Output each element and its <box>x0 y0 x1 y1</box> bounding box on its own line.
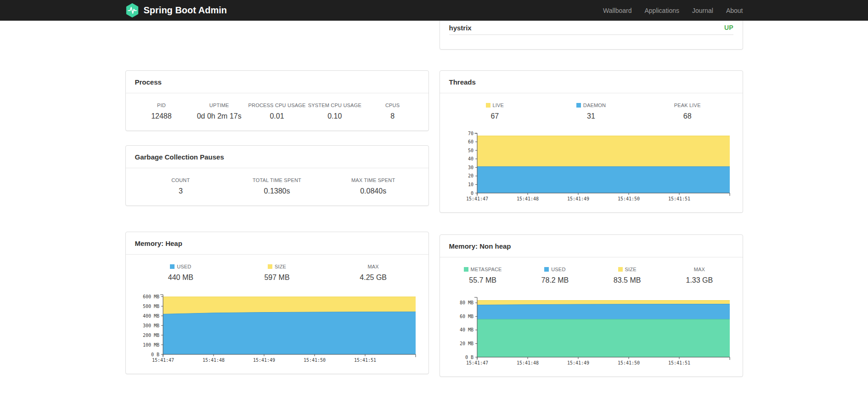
metric-label-text: DAEMON <box>583 102 606 108</box>
used-legend-swatch <box>544 267 549 272</box>
svg-text:15:41:49: 15:41:49 <box>567 196 589 201</box>
process-card: Process PID 12488 UPTIME 0d 0h 2m 17s PR… <box>125 70 429 131</box>
health-row-hystrix: hystrix UP <box>449 21 733 35</box>
metric-value: 78.2 MB <box>519 276 591 285</box>
metric-metaspace: METASPACE 55.7 MB <box>447 267 519 285</box>
metric-label: UPTIME <box>190 102 248 108</box>
metric-value: 0.1380s <box>229 187 325 195</box>
svg-text:15:41:51: 15:41:51 <box>668 360 690 365</box>
metric-threads-peak-live: PEAK LIVE 68 <box>639 102 736 120</box>
threads-chart: 70605040302010015:41:4715:41:4815:41:491… <box>449 131 733 205</box>
svg-text:0 B: 0 B <box>151 352 159 357</box>
memory-nonheap-chart: 80 MB60 MB40 MB20 MB0 B15:41:4715:41:481… <box>449 295 733 369</box>
metric-label: TOTAL TIME SPENT <box>229 177 325 183</box>
page-content: Process PID 12488 UPTIME 0d 0h 2m 17s PR… <box>0 0 868 377</box>
svg-text:200 MB: 200 MB <box>143 333 159 338</box>
nonheap-metrics: METASPACE 55.7 MB USED 78.2 MB SIZE 83.5… <box>440 257 743 295</box>
nav-item-journal[interactable]: Journal <box>686 7 720 14</box>
svg-text:600 MB: 600 MB <box>143 294 159 299</box>
daemon-legend-swatch <box>576 103 581 108</box>
metric-label: SIZE <box>229 264 325 269</box>
metric-value: 597 MB <box>229 273 325 282</box>
metric-label: LIVE <box>447 102 543 108</box>
spring-boot-admin-logo-icon <box>125 3 139 17</box>
svg-text:40: 40 <box>468 156 473 161</box>
metric-value: 68 <box>639 112 736 120</box>
svg-text:15:41:50: 15:41:50 <box>304 358 326 363</box>
metric-value: 0.0840s <box>325 187 422 195</box>
metric-value: 0.10 <box>306 112 364 120</box>
svg-text:15:41:50: 15:41:50 <box>618 360 640 365</box>
live-legend-swatch <box>486 103 490 108</box>
metric-nonheap-used: USED 78.2 MB <box>519 267 591 285</box>
metric-uptime: UPTIME 0d 0h 2m 17s <box>190 102 248 120</box>
nonheap-card-title: Memory: Non heap <box>440 235 743 257</box>
svg-text:300 MB: 300 MB <box>143 323 159 328</box>
svg-text:15:41:49: 15:41:49 <box>567 360 589 365</box>
metric-value: 8 <box>364 112 422 120</box>
svg-text:15:41:48: 15:41:48 <box>517 196 539 201</box>
gc-card-title: Garbage Collection Pauses <box>126 146 428 168</box>
nav-item-about[interactable]: About <box>720 7 743 14</box>
nav-item-wallboard[interactable]: Wallboard <box>597 7 638 14</box>
metric-label: SYSTEM CPU USAGE <box>306 102 364 108</box>
metric-nonheap-size: SIZE 83.5 MB <box>591 267 663 285</box>
svg-text:15:41:47: 15:41:47 <box>466 360 488 365</box>
metric-label-text: USED <box>551 267 565 272</box>
metric-label-text: METASPACE <box>471 267 502 272</box>
metric-value: 12488 <box>133 112 191 120</box>
svg-text:15:41:51: 15:41:51 <box>668 196 690 201</box>
svg-text:15:41:48: 15:41:48 <box>517 360 539 365</box>
memory-heap-card: Memory: Heap USED 440 MB SIZE 597 MB MAX… <box>125 232 429 374</box>
metric-label-text: SIZE <box>275 264 286 269</box>
metric-label: USED <box>519 267 591 272</box>
metric-label: SIZE <box>591 267 663 272</box>
svg-text:70: 70 <box>468 131 473 136</box>
svg-text:100 MB: 100 MB <box>143 342 159 347</box>
process-metrics: PID 12488 UPTIME 0d 0h 2m 17s PROCESS CP… <box>126 93 428 131</box>
svg-text:60 MB: 60 MB <box>460 314 473 319</box>
brand-title: Spring Boot Admin <box>144 5 227 16</box>
svg-text:50: 50 <box>468 148 473 153</box>
metric-value: 440 MB <box>133 273 229 282</box>
svg-text:500 MB: 500 MB <box>143 304 159 309</box>
metric-value: 4.25 GB <box>325 273 422 282</box>
metric-label-text: USED <box>177 264 191 269</box>
nav-item-applications[interactable]: Applications <box>638 7 686 14</box>
metric-label-text: SIZE <box>625 267 637 272</box>
metric-label: DAEMON <box>543 102 639 108</box>
metric-value: 0.01 <box>248 112 306 120</box>
svg-text:40 MB: 40 MB <box>460 327 473 332</box>
health-indicator-name: hystrix <box>449 24 472 32</box>
gc-pauses-card: Garbage Collection Pauses COUNT 3 TOTAL … <box>125 145 429 206</box>
threads-card-title: Threads <box>440 71 743 93</box>
used-legend-swatch <box>170 264 175 269</box>
svg-text:60: 60 <box>468 139 473 144</box>
metric-label: METASPACE <box>447 267 519 272</box>
metric-gc-total-time: TOTAL TIME SPENT 0.1380s <box>229 177 325 195</box>
content-container: Process PID 12488 UPTIME 0d 0h 2m 17s PR… <box>125 21 743 377</box>
metric-label: MAX TIME SPENT <box>325 177 422 183</box>
metric-value: 83.5 MB <box>591 276 663 285</box>
metric-label: MAX <box>663 267 735 272</box>
svg-text:20: 20 <box>468 173 473 178</box>
health-status-badge: UP <box>724 24 733 31</box>
svg-text:0 B: 0 B <box>465 355 473 360</box>
metric-label: MAX <box>325 264 422 269</box>
metric-value: 1.33 GB <box>663 276 735 285</box>
metric-label-text: LIVE <box>493 102 504 108</box>
svg-text:15:41:47: 15:41:47 <box>152 358 174 363</box>
svg-text:15:41:49: 15:41:49 <box>253 358 275 363</box>
metric-process-cpu-usage: PROCESS CPU USAGE 0.01 <box>248 102 306 120</box>
metric-value: 67 <box>447 112 543 120</box>
memory-nonheap-card: Memory: Non heap METASPACE 55.7 MB USED … <box>440 234 743 377</box>
metric-heap-used: USED 440 MB <box>133 264 229 282</box>
nav-links: Wallboard Applications Journal About <box>597 7 743 14</box>
svg-text:30: 30 <box>468 165 473 170</box>
metric-pid: PID 12488 <box>133 102 191 120</box>
brand-link[interactable]: Spring Boot Admin <box>125 3 227 17</box>
metric-threads-daemon: DAEMON 31 <box>543 102 639 120</box>
right-column: hystrix UP Threads LIVE 67 DAEMON 31 <box>440 21 743 377</box>
svg-text:15:41:51: 15:41:51 <box>354 358 376 363</box>
svg-text:0: 0 <box>471 191 473 196</box>
